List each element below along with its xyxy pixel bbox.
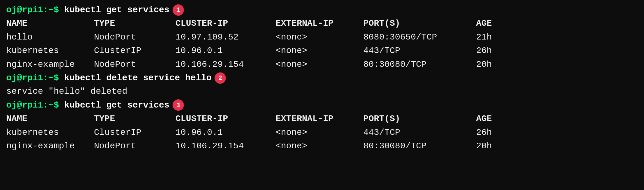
t2r1-cluster-ip: 10.96.0.1	[175, 126, 276, 139]
col-header-name-2: NAME	[6, 112, 94, 125]
command-text-2: kubectl delete service hello	[64, 71, 211, 85]
table1-header: NAMETYPECLUSTER-IPEXTERNAL-IPPORT(S)AGE	[6, 17, 638, 30]
table1-row-2: kubernetesClusterIP10.96.0.1<none>443/TC…	[6, 44, 638, 57]
col-header-cluster-ip-2: CLUSTER-IP	[175, 112, 276, 125]
t1r3-type: NodePort	[94, 58, 175, 71]
command-line-1: oj@rpi1:~$ kubectl get services1	[6, 3, 638, 17]
t2r2-ports: 80:30080/TCP	[363, 139, 476, 153]
table2-row-2: nginx-exampleNodePort10.106.29.154<none>…	[6, 139, 638, 153]
col-header-ports-2: PORT(S)	[363, 112, 476, 125]
t1r1-cluster-ip: 10.97.109.52	[175, 30, 276, 44]
prompt-3: oj@rpi1:~$	[6, 98, 64, 112]
delete-output-text: service "hello" deleted	[6, 85, 127, 98]
t1r3-name: nginx-example	[6, 58, 94, 71]
t1r3-age: 20h	[476, 58, 507, 71]
t1r1-type: NodePort	[94, 30, 175, 44]
table1-row-3: nginx-exampleNodePort10.106.29.154<none>…	[6, 58, 638, 71]
col-header-type-2: TYPE	[94, 112, 175, 125]
badge-3: 3	[173, 99, 184, 111]
t1r2-type: ClusterIP	[94, 44, 175, 57]
t1r3-external-ip: <none>	[276, 58, 363, 71]
t1r1-name: hello	[6, 30, 94, 44]
prompt-1: oj@rpi1:~$	[6, 3, 64, 17]
t1r3-cluster-ip: 10.106.29.154	[175, 58, 276, 71]
t2r1-type: ClusterIP	[94, 126, 175, 139]
col-header-ports-1: PORT(S)	[363, 17, 476, 30]
t1r2-name: kubernetes	[6, 44, 94, 57]
table2-row-1: kubernetesClusterIP10.96.0.1<none>443/TC…	[6, 126, 638, 139]
col-header-external-ip-2: EXTERNAL-IP	[276, 112, 363, 125]
t1r2-ports: 443/TCP	[363, 44, 476, 57]
t1r3-ports: 80:30080/TCP	[363, 58, 476, 71]
t2r2-external-ip: <none>	[276, 139, 363, 153]
table2-header: NAMETYPECLUSTER-IPEXTERNAL-IPPORT(S)AGE	[6, 112, 638, 125]
terminal: oj@rpi1:~$ kubectl get services1 NAMETYP…	[6, 3, 638, 153]
col-header-name-1: NAME	[6, 17, 94, 30]
command-text-1: kubectl get services	[64, 3, 169, 17]
t2r1-age: 26h	[476, 126, 507, 139]
t2r2-cluster-ip: 10.106.29.154	[175, 139, 276, 153]
t1r2-age: 26h	[476, 44, 507, 57]
prompt-2: oj@rpi1:~$	[6, 71, 64, 85]
delete-output-line: service "hello" deleted	[6, 85, 638, 98]
badge-2: 2	[215, 72, 226, 84]
col-header-type-1: TYPE	[94, 17, 175, 30]
t1r1-ports: 8080:30650/TCP	[363, 30, 476, 44]
t2r1-ports: 443/TCP	[363, 126, 476, 139]
t2r1-name: kubernetes	[6, 126, 94, 139]
col-header-external-ip-1: EXTERNAL-IP	[276, 17, 363, 30]
t2r2-age: 20h	[476, 139, 507, 153]
badge-1: 1	[173, 4, 184, 16]
t1r2-external-ip: <none>	[276, 44, 363, 57]
t2r2-name: nginx-example	[6, 139, 94, 153]
t1r2-cluster-ip: 10.96.0.1	[175, 44, 276, 57]
command-text-3: kubectl get services	[64, 98, 169, 112]
command-line-2: oj@rpi1:~$ kubectl delete service hello2	[6, 71, 638, 85]
col-header-age-2: AGE	[476, 112, 507, 125]
col-header-cluster-ip-1: CLUSTER-IP	[175, 17, 276, 30]
t2r1-external-ip: <none>	[276, 126, 363, 139]
command-line-3: oj@rpi1:~$ kubectl get services3	[6, 98, 638, 112]
t1r1-age: 21h	[476, 30, 507, 44]
table1-row-1: helloNodePort10.97.109.52<none>8080:3065…	[6, 30, 638, 44]
col-header-age-1: AGE	[476, 17, 507, 30]
t2r2-type: NodePort	[94, 139, 175, 153]
t1r1-external-ip: <none>	[276, 30, 363, 44]
